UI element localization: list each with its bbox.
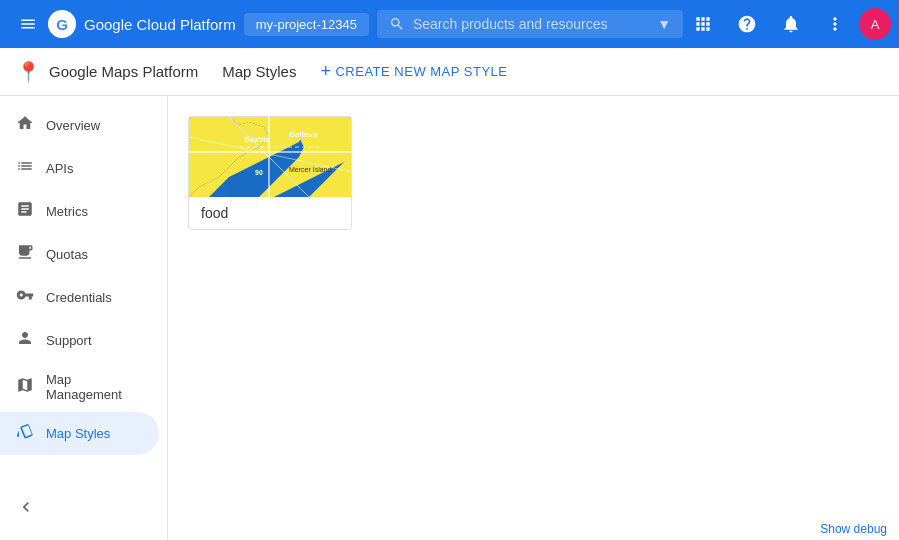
map-management-icon [16, 376, 34, 399]
main-layout: Overview APIs Metrics Q [0, 96, 899, 540]
sidebar-item-overview[interactable]: Overview [0, 104, 159, 147]
sidebar-label-quotas: Quotas [46, 247, 88, 262]
sidebar-label-credentials: Credentials [46, 290, 112, 305]
sidebar-label-apis: APIs [46, 161, 73, 176]
sidebar-label-metrics: Metrics [46, 204, 88, 219]
overview-icon [16, 114, 34, 137]
quotas-icon [16, 243, 34, 266]
menu-icon[interactable] [8, 4, 48, 44]
map-styles-icon [16, 422, 34, 445]
grid-icon-button[interactable] [683, 4, 723, 44]
map-style-card-food[interactable]: 90 Seattle Bellevu Mercer Island food [188, 116, 352, 230]
google-logo: G [48, 10, 76, 38]
svg-text:Mercer Island: Mercer Island [289, 166, 332, 173]
footer: Show debug [808, 518, 899, 540]
sidebar-item-support[interactable]: Support [0, 319, 159, 362]
sidebar-label-map-management: Map Management [46, 372, 143, 402]
help-icon-button[interactable] [727, 4, 767, 44]
map-thumbnail: 90 Seattle Bellevu Mercer Island [189, 117, 352, 197]
header-actions: A [683, 4, 891, 44]
svg-text:Bellevu: Bellevu [289, 130, 318, 139]
create-new-map-style-button[interactable]: + CREATE NEW MAP STYLE [312, 55, 515, 88]
sidebar-item-map-styles[interactable]: Map Styles [0, 412, 159, 455]
avatar[interactable]: A [859, 8, 891, 40]
sidebar-item-map-management[interactable]: Map Management [0, 362, 159, 412]
page-title: Map Styles [222, 63, 296, 80]
plus-icon: + [320, 61, 331, 82]
support-icon [16, 329, 34, 352]
credentials-icon [16, 286, 34, 309]
top-header: G Google Cloud Platform my-project-12345… [0, 0, 899, 48]
sidebar-label-support: Support [46, 333, 92, 348]
sidebar-item-apis[interactable]: APIs [0, 147, 159, 190]
sidebar-item-credentials[interactable]: Credentials [0, 276, 159, 319]
sidebar-label-overview: Overview [46, 118, 100, 133]
apis-icon [16, 157, 34, 180]
sidebar-item-metrics[interactable]: Metrics [0, 190, 159, 233]
debug-link[interactable]: Show debug [820, 522, 887, 536]
sidebar-label-map-styles: Map Styles [46, 426, 110, 441]
sidebar-item-quotas[interactable]: Quotas [0, 233, 159, 276]
search-dropdown-icon[interactable]: ▼ [657, 16, 671, 32]
sub-header: 📍 Google Maps Platform Map Styles + CREA… [0, 48, 899, 96]
svg-text:Seattle: Seattle [244, 135, 271, 144]
search-icon [389, 16, 405, 32]
more-icon-button[interactable] [815, 4, 855, 44]
seattle-map-svg: 90 Seattle Bellevu Mercer Island [189, 117, 352, 197]
search-bar[interactable]: ▼ [377, 10, 683, 38]
app-name: Google Maps Platform [49, 63, 198, 80]
header-logo: G Google Cloud Platform [48, 10, 236, 38]
project-selector[interactable]: my-project-12345 [244, 13, 369, 36]
svg-text:90: 90 [255, 169, 263, 176]
sub-header-logo: 📍 Google Maps Platform [16, 60, 198, 84]
create-button-label: CREATE NEW MAP STYLE [335, 64, 507, 79]
app-title: Google Cloud Platform [84, 16, 236, 33]
search-input[interactable] [413, 16, 649, 32]
main-content: 90 Seattle Bellevu Mercer Island food [168, 96, 899, 540]
sidebar: Overview APIs Metrics Q [0, 96, 168, 540]
metrics-icon [16, 200, 34, 223]
sidebar-bottom [0, 479, 167, 540]
collapse-sidebar-button[interactable] [0, 487, 167, 532]
notifications-icon-button[interactable] [771, 4, 811, 44]
map-style-label: food [189, 197, 351, 229]
maps-pin-icon: 📍 [16, 60, 41, 84]
